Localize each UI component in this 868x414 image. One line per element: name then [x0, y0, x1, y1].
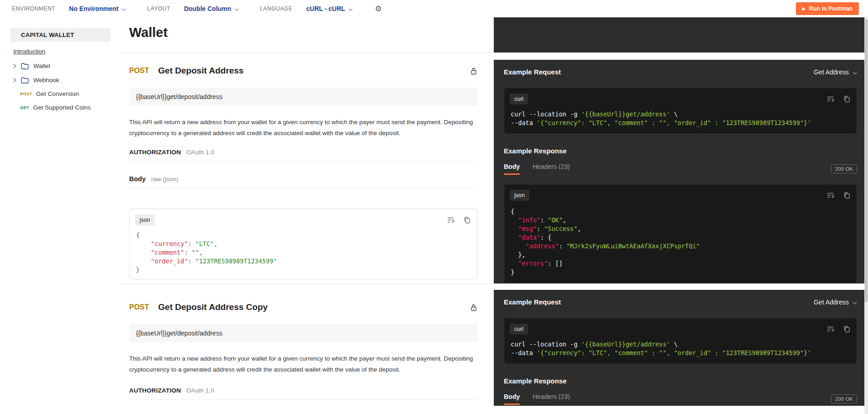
play-icon: ▶ [802, 6, 805, 11]
language-chip: curl [510, 94, 528, 105]
endpoint-heading: POST Get Deposit Address Copy [129, 284, 477, 312]
example-request-header: Example Request Get Address [504, 298, 857, 306]
layout-group: LAYOUT Double Column [147, 5, 239, 12]
tab-headers[interactable]: Headers (23) [533, 393, 570, 405]
sidebar-item-introduction[interactable]: Introduction [13, 48, 46, 55]
body-value: raw (json) [151, 176, 178, 183]
endpoint-heading: POST Get Deposit Address [129, 53, 477, 76]
copy-icon[interactable] [843, 192, 850, 199]
folder-label: Wallet [33, 63, 50, 69]
code-block-actions [827, 190, 850, 199]
example-request-title: Example Request [504, 298, 561, 306]
wrap-text-icon[interactable] [827, 326, 834, 332]
sidebar-item-get-supported-coins[interactable]: GET Get Supported Coins [20, 104, 120, 111]
settings-gear-icon[interactable]: ⚙ [375, 5, 382, 13]
tab-body[interactable]: Body [504, 163, 520, 175]
curl-code-block: curl curl --location -g '{{baseUrl}}get/… [504, 88, 857, 134]
authorization-value: OAuth 1.0 [186, 387, 214, 394]
title-row: Wallet [120, 17, 868, 53]
collection-name[interactable]: CAPITAL WALLET [10, 28, 110, 42]
example-name: Get Address [814, 299, 849, 306]
run-button-label: Run in Postman [809, 5, 852, 12]
example-select[interactable]: Get Address [814, 68, 857, 76]
endpoint-title: Get Deposit Address Copy [158, 302, 470, 312]
endpoint-row-2: POST Get Deposit Address Copy {{baseUrl}… [120, 284, 868, 414]
language-group: LANGUAGE cURL - cURL [260, 5, 353, 12]
example-cell-1: Example Request Get Address curl [494, 53, 868, 283]
environment-group: ENVIRONMENT No Environment [12, 5, 126, 12]
layout-label: LAYOUT [147, 5, 170, 12]
title-row-dark [494, 17, 868, 52]
dark-panel-spacer [494, 17, 864, 52]
language-chip: curl [510, 324, 528, 335]
authorization-value: OAuth 1.0 [186, 149, 214, 156]
chevron-right-icon [13, 63, 16, 68]
method-badge-get: GET [20, 105, 29, 110]
scrollbar-thumb[interactable] [865, 19, 868, 302]
example-panel-1: Example Request Get Address curl [494, 60, 864, 283]
body-row: Body raw (json) [129, 175, 477, 189]
layout-value: Double Column [184, 5, 231, 12]
response-tabs: Body Headers (23) 200 OK [504, 393, 857, 405]
code-block-header: curl [504, 318, 857, 335]
chevron-down-icon [348, 5, 353, 12]
example-name: Get Address [814, 68, 849, 76]
example-response-title: Example Response [504, 377, 857, 385]
language-value: cURL - cURL [306, 5, 345, 12]
request-body-code: { "currency": "LTC", "comment": "", "ord… [130, 225, 477, 279]
language-chip: json [135, 215, 155, 225]
endpoint-description: This API will return a new address from … [129, 117, 477, 139]
top-bar: ENVIRONMENT No Environment LAYOUT Double… [0, 0, 868, 17]
body-label: Body [129, 175, 146, 183]
example-cell-2: Example Request Get Address curl [494, 284, 868, 414]
code-block-actions [827, 324, 850, 333]
environment-select[interactable]: No Environment [69, 5, 126, 12]
example-request-header: Example Request Get Address [504, 68, 857, 76]
example-select[interactable]: Get Address [814, 299, 857, 306]
language-select[interactable]: cURL - cURL [306, 5, 353, 12]
code-block-actions [447, 215, 471, 224]
example-response-title: Example Response [504, 147, 857, 155]
page-scrollbar [864, 17, 868, 414]
language-chip: json [510, 190, 529, 201]
endpoint-doc-1: POST Get Deposit Address {{baseUrl}}get/… [120, 53, 494, 283]
request-label: Get Conversion [36, 90, 79, 97]
wrap-text-icon[interactable] [827, 96, 834, 102]
authorization-label: AUTHORIZATION [129, 149, 181, 156]
wrap-text-icon[interactable] [827, 192, 834, 199]
request-url: {{baseUrl}}get/deposit/address [129, 88, 477, 106]
title-cell: Wallet [120, 17, 494, 52]
example-request-title: Example Request [504, 68, 561, 76]
folder-label: Webhook [33, 77, 59, 84]
method-badge-post: POST [20, 92, 32, 96]
sidebar-item-get-conversion[interactable]: POST Get Conversion [20, 90, 120, 97]
sidebar-folder-webhook[interactable]: Webhook [13, 77, 120, 84]
chevron-right-icon [13, 78, 16, 83]
chevron-down-icon [235, 5, 239, 12]
chevron-down-icon [852, 68, 857, 76]
tab-body[interactable]: Body [504, 393, 520, 405]
code-block-header: json [130, 209, 477, 225]
response-tabs: Body Headers (23) 200 OK [504, 163, 857, 175]
lock-icon [470, 304, 477, 311]
environment-label: ENVIRONMENT [12, 5, 55, 12]
run-in-postman-button[interactable]: ▶ Run in Postman [796, 2, 859, 15]
copy-icon[interactable] [843, 95, 850, 103]
endpoint-description: This API will return a new address from … [129, 353, 477, 375]
code-block-actions [827, 94, 850, 103]
status-badge: 200 OK [831, 164, 857, 173]
request-label: Get Supported Coins [33, 104, 91, 111]
response-json-code: { "info": "OK", "msg": "Success", "data"… [504, 201, 857, 283]
copy-icon[interactable] [843, 325, 850, 333]
layout-select[interactable]: Double Column [184, 5, 239, 12]
endpoint-row-1: POST Get Deposit Address {{baseUrl}}get/… [120, 53, 868, 284]
method-badge-post: POST [129, 303, 149, 311]
endpoint-doc-2: POST Get Deposit Address Copy {{baseUrl}… [120, 284, 494, 414]
authorization-row: AUTHORIZATION OAuth 1.0 [129, 149, 477, 162]
sidebar: CAPITAL WALLET Introduction Wallet Webho… [0, 17, 120, 414]
sidebar-folder-wallet[interactable]: Wallet [13, 63, 120, 69]
tab-headers[interactable]: Headers (23) [533, 163, 570, 175]
folder-icon [21, 63, 29, 69]
copy-icon[interactable] [464, 216, 471, 224]
wrap-text-icon[interactable] [447, 217, 455, 223]
